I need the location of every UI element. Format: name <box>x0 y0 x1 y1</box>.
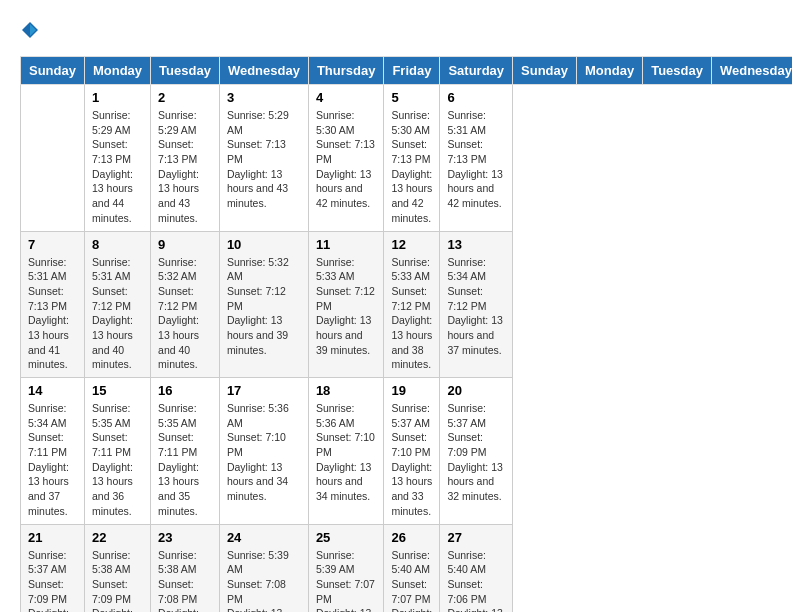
header-wednesday: Wednesday <box>711 57 792 85</box>
calendar-cell: 23Sunrise: 5:38 AMSunset: 7:08 PMDayligh… <box>151 524 220 612</box>
day-info: Sunrise: 5:37 AMSunset: 7:09 PMDaylight:… <box>28 548 77 613</box>
day-info: Sunrise: 5:31 AMSunset: 7:13 PMDaylight:… <box>447 108 505 211</box>
day-number: 16 <box>158 383 212 398</box>
day-number: 24 <box>227 530 301 545</box>
header-monday: Monday <box>84 57 150 85</box>
day-number: 13 <box>447 237 505 252</box>
day-number: 11 <box>316 237 377 252</box>
day-number: 4 <box>316 90 377 105</box>
calendar-week-3: 14Sunrise: 5:34 AMSunset: 7:11 PMDayligh… <box>21 378 793 525</box>
logo-icon <box>20 20 40 40</box>
day-number: 1 <box>92 90 143 105</box>
day-number: 19 <box>391 383 432 398</box>
day-number: 8 <box>92 237 143 252</box>
day-info: Sunrise: 5:35 AMSunset: 7:11 PMDaylight:… <box>92 401 143 519</box>
day-number: 9 <box>158 237 212 252</box>
day-info: Sunrise: 5:36 AMSunset: 7:10 PMDaylight:… <box>227 401 301 504</box>
day-info: Sunrise: 5:30 AMSunset: 7:13 PMDaylight:… <box>391 108 432 226</box>
calendar-cell: 8Sunrise: 5:31 AMSunset: 7:12 PMDaylight… <box>84 231 150 378</box>
calendar-week-4: 21Sunrise: 5:37 AMSunset: 7:09 PMDayligh… <box>21 524 793 612</box>
calendar-header-row: SundayMondayTuesdayWednesdayThursdayFrid… <box>21 57 793 85</box>
day-info: Sunrise: 5:40 AMSunset: 7:07 PMDaylight:… <box>391 548 432 613</box>
calendar-table: SundayMondayTuesdayWednesdayThursdayFrid… <box>20 56 792 612</box>
calendar-cell: 13Sunrise: 5:34 AMSunset: 7:12 PMDayligh… <box>440 231 513 378</box>
day-info: Sunrise: 5:33 AMSunset: 7:12 PMDaylight:… <box>391 255 432 373</box>
calendar-cell: 11Sunrise: 5:33 AMSunset: 7:12 PMDayligh… <box>308 231 384 378</box>
header-thursday: Thursday <box>308 57 384 85</box>
calendar-cell: 27Sunrise: 5:40 AMSunset: 7:06 PMDayligh… <box>440 524 513 612</box>
day-info: Sunrise: 5:38 AMSunset: 7:09 PMDaylight:… <box>92 548 143 613</box>
calendar-cell: 18Sunrise: 5:36 AMSunset: 7:10 PMDayligh… <box>308 378 384 525</box>
day-info: Sunrise: 5:34 AMSunset: 7:12 PMDaylight:… <box>447 255 505 358</box>
day-info: Sunrise: 5:32 AMSunset: 7:12 PMDaylight:… <box>227 255 301 358</box>
day-info: Sunrise: 5:33 AMSunset: 7:12 PMDaylight:… <box>316 255 377 358</box>
day-number: 2 <box>158 90 212 105</box>
day-number: 3 <box>227 90 301 105</box>
day-number: 15 <box>92 383 143 398</box>
day-info: Sunrise: 5:34 AMSunset: 7:11 PMDaylight:… <box>28 401 77 519</box>
day-number: 18 <box>316 383 377 398</box>
day-info: Sunrise: 5:29 AMSunset: 7:13 PMDaylight:… <box>92 108 143 226</box>
day-number: 21 <box>28 530 77 545</box>
day-number: 14 <box>28 383 77 398</box>
day-number: 12 <box>391 237 432 252</box>
page-header <box>20 20 772 40</box>
day-number: 5 <box>391 90 432 105</box>
calendar-cell: 17Sunrise: 5:36 AMSunset: 7:10 PMDayligh… <box>219 378 308 525</box>
calendar-cell: 19Sunrise: 5:37 AMSunset: 7:10 PMDayligh… <box>384 378 440 525</box>
header-tuesday: Tuesday <box>151 57 220 85</box>
day-number: 27 <box>447 530 505 545</box>
calendar-cell: 21Sunrise: 5:37 AMSunset: 7:09 PMDayligh… <box>21 524 85 612</box>
calendar-cell: 2Sunrise: 5:29 AMSunset: 7:13 PMDaylight… <box>151 85 220 232</box>
calendar-cell: 9Sunrise: 5:32 AMSunset: 7:12 PMDaylight… <box>151 231 220 378</box>
calendar-cell: 16Sunrise: 5:35 AMSunset: 7:11 PMDayligh… <box>151 378 220 525</box>
calendar-cell: 14Sunrise: 5:34 AMSunset: 7:11 PMDayligh… <box>21 378 85 525</box>
header-wednesday: Wednesday <box>219 57 308 85</box>
header-sunday: Sunday <box>513 57 577 85</box>
day-number: 23 <box>158 530 212 545</box>
day-info: Sunrise: 5:31 AMSunset: 7:12 PMDaylight:… <box>92 255 143 373</box>
day-info: Sunrise: 5:35 AMSunset: 7:11 PMDaylight:… <box>158 401 212 519</box>
calendar-week-1: 1Sunrise: 5:29 AMSunset: 7:13 PMDaylight… <box>21 85 793 232</box>
day-number: 10 <box>227 237 301 252</box>
day-info: Sunrise: 5:37 AMSunset: 7:09 PMDaylight:… <box>447 401 505 504</box>
day-info: Sunrise: 5:31 AMSunset: 7:13 PMDaylight:… <box>28 255 77 373</box>
header-tuesday: Tuesday <box>643 57 712 85</box>
header-friday: Friday <box>384 57 440 85</box>
calendar-cell: 22Sunrise: 5:38 AMSunset: 7:09 PMDayligh… <box>84 524 150 612</box>
day-info: Sunrise: 5:38 AMSunset: 7:08 PMDaylight:… <box>158 548 212 613</box>
day-number: 26 <box>391 530 432 545</box>
calendar-cell: 15Sunrise: 5:35 AMSunset: 7:11 PMDayligh… <box>84 378 150 525</box>
day-number: 7 <box>28 237 77 252</box>
calendar-cell: 3Sunrise: 5:29 AMSunset: 7:13 PMDaylight… <box>219 85 308 232</box>
calendar-cell: 1Sunrise: 5:29 AMSunset: 7:13 PMDaylight… <box>84 85 150 232</box>
day-number: 17 <box>227 383 301 398</box>
day-info: Sunrise: 5:37 AMSunset: 7:10 PMDaylight:… <box>391 401 432 519</box>
calendar-cell: 6Sunrise: 5:31 AMSunset: 7:13 PMDaylight… <box>440 85 513 232</box>
day-number: 6 <box>447 90 505 105</box>
day-info: Sunrise: 5:40 AMSunset: 7:06 PMDaylight:… <box>447 548 505 613</box>
day-number: 22 <box>92 530 143 545</box>
header-saturday: Saturday <box>440 57 513 85</box>
calendar-cell: 10Sunrise: 5:32 AMSunset: 7:12 PMDayligh… <box>219 231 308 378</box>
calendar-cell: 4Sunrise: 5:30 AMSunset: 7:13 PMDaylight… <box>308 85 384 232</box>
day-info: Sunrise: 5:30 AMSunset: 7:13 PMDaylight:… <box>316 108 377 211</box>
day-info: Sunrise: 5:39 AMSunset: 7:08 PMDaylight:… <box>227 548 301 613</box>
calendar-cell: 7Sunrise: 5:31 AMSunset: 7:13 PMDaylight… <box>21 231 85 378</box>
calendar-cell: 25Sunrise: 5:39 AMSunset: 7:07 PMDayligh… <box>308 524 384 612</box>
day-number: 25 <box>316 530 377 545</box>
header-sunday: Sunday <box>21 57 85 85</box>
calendar-week-2: 7Sunrise: 5:31 AMSunset: 7:13 PMDaylight… <box>21 231 793 378</box>
day-info: Sunrise: 5:29 AMSunset: 7:13 PMDaylight:… <box>227 108 301 211</box>
calendar-cell: 26Sunrise: 5:40 AMSunset: 7:07 PMDayligh… <box>384 524 440 612</box>
calendar-cell: 20Sunrise: 5:37 AMSunset: 7:09 PMDayligh… <box>440 378 513 525</box>
calendar-cell: 5Sunrise: 5:30 AMSunset: 7:13 PMDaylight… <box>384 85 440 232</box>
calendar-cell: 12Sunrise: 5:33 AMSunset: 7:12 PMDayligh… <box>384 231 440 378</box>
calendar-cell <box>21 85 85 232</box>
calendar-cell: 24Sunrise: 5:39 AMSunset: 7:08 PMDayligh… <box>219 524 308 612</box>
day-info: Sunrise: 5:39 AMSunset: 7:07 PMDaylight:… <box>316 548 377 613</box>
day-number: 20 <box>447 383 505 398</box>
header-monday: Monday <box>577 57 643 85</box>
day-info: Sunrise: 5:36 AMSunset: 7:10 PMDaylight:… <box>316 401 377 504</box>
logo <box>20 20 44 40</box>
